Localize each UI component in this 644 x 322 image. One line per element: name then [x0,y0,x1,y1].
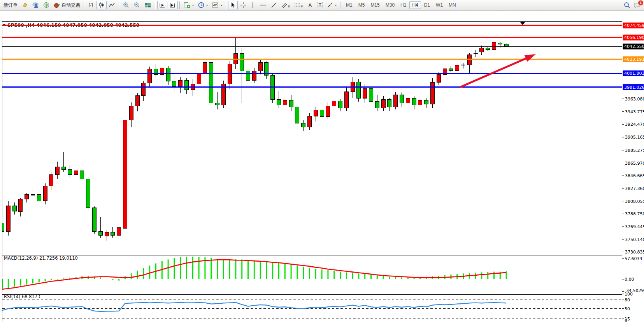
macd-bar [241,259,242,279]
line-chart-button[interactable] [107,1,117,9]
separator [179,2,180,9]
macd-bar [63,278,64,279]
channel-tool-button[interactable]: E [279,1,292,9]
candle-body [62,167,66,170]
auto-scroll-icon [159,2,165,8]
text-tool-button[interactable]: A [305,1,315,9]
add-indicator-button[interactable]: ▾ [182,1,196,9]
signal-button[interactable] [41,1,51,9]
price-badge-label: 4074.459 [624,23,644,28]
search-icon[interactable] [624,2,630,9]
y-tick-label: 3827.360 [625,186,644,191]
new-order-button[interactable]: 新订单 [2,1,19,10]
y-tick-label: 3885.275 [625,148,644,153]
candle-body [277,100,281,105]
timeframe-H4[interactable]: H4 [409,1,421,9]
fibonacci-tool-button[interactable]: F [292,1,305,9]
macd-bar [106,279,107,279]
candle-body [394,95,398,107]
candle-body [283,100,287,105]
candle-body [314,110,318,116]
macd-tick-label: 0.00 [625,277,634,282]
candle-body [258,63,262,71]
timeframe-M15[interactable]: M15 [368,1,382,9]
candlestick-chart-icon [98,2,105,8]
timeframe-H1[interactable]: H1 [398,1,409,9]
arrows-tool-button[interactable]: ▾ [325,1,339,9]
macd-bar [315,269,316,279]
arrows-icon [327,2,333,8]
timeframe-W1[interactable]: W1 [433,1,446,9]
macd-bar [303,267,304,279]
label-tool-button[interactable]: T [316,1,325,9]
separator [226,2,226,9]
macd-bar [266,262,267,279]
notifications-button[interactable]: 1 [633,2,641,9]
period-button[interactable]: ▾ [196,1,210,9]
separator [84,2,84,9]
candle-body [418,100,422,105]
styler-icon [22,2,28,8]
horizontal-line-tool-button[interactable] [258,1,268,9]
candle-body [197,74,201,84]
candle-body [6,206,10,232]
macd-bar [383,276,384,279]
chart-shift-icon [170,2,176,8]
auto-trading-icon [54,2,60,8]
timeframe-MN[interactable]: MN [446,1,459,9]
timeframe-M1[interactable]: M1 [343,1,355,9]
macd-bar [198,257,200,279]
timeframe-D1[interactable]: D1 [421,1,433,9]
label-tool-icon: T [318,2,323,8]
add-indicator-icon [184,2,190,8]
tile-windows-icon [145,2,151,8]
macd-bar [493,272,495,279]
vertical-line-tool-button[interactable] [249,1,257,9]
candle-body [111,232,115,235]
macd-bar [272,262,273,279]
crosshair-tool-button[interactable] [238,1,248,9]
macd-bar [14,279,15,287]
rsi-pane[interactable] [2,295,622,322]
candle-body [98,232,102,236]
toolbar: 新订单 自动交易 ▾ ▾ [0,0,644,11]
zoom-in-button[interactable] [121,1,132,10]
macd-bar [20,279,21,286]
candle-body [37,195,41,201]
candlestick-chart-button[interactable] [97,1,107,9]
macd-bar [340,272,341,279]
trendline-tool-button[interactable] [269,1,279,9]
trendline-icon [271,2,277,8]
candle-body [332,101,336,106]
notification-badge: 1 [638,0,644,6]
bar-chart-button[interactable] [86,1,96,9]
separator [155,2,156,9]
macd-pane[interactable] [2,255,622,293]
timeframe-M5[interactable]: M5 [356,1,368,9]
chart-canvas[interactable]: SP500-,H4 4046.150 4047.050 4042.050 404… [0,11,644,322]
candle-body [142,83,146,95]
macd-bar [112,279,113,280]
candle-body [209,63,213,103]
macd-bar [352,273,353,279]
cursor-tool-button[interactable] [228,1,238,9]
macd-bar [370,274,372,279]
chart-shift-button[interactable] [168,1,178,9]
macd-bar [309,268,310,279]
macd-bar [235,259,236,279]
community-button[interactable] [30,1,41,9]
candle-body [357,82,361,98]
candle-body [93,208,97,232]
zoom-out-button[interactable] [132,1,142,10]
auto-trading-button[interactable]: 自动交易 [52,1,82,10]
timeframe-M30[interactable]: M30 [383,1,397,9]
macd-bar [192,257,193,279]
templates-button[interactable]: ▾ [210,1,224,9]
macd-bar [32,279,33,283]
candle-body [308,116,312,127]
macd-bar [26,279,27,285]
macd-bar [149,266,150,279]
auto-scroll-button[interactable] [157,1,167,9]
tile-windows-button[interactable] [143,1,153,9]
styler-button[interactable] [20,1,30,9]
